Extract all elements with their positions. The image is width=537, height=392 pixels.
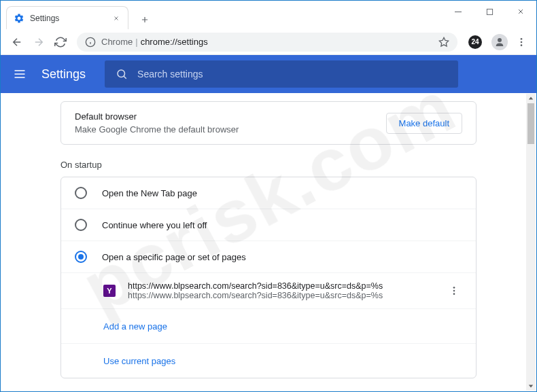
default-browser-title: Default browser [75, 111, 386, 122]
svg-point-8 [118, 70, 125, 77]
page-favicon-icon: Y [103, 285, 116, 297]
startup-page-title: https://www.blpsearch.com/search?sid=836… [128, 281, 446, 291]
settings-content: Default browser Make Google Chrome the d… [1, 93, 536, 391]
svg-point-6 [521, 41, 523, 43]
default-browser-subtitle: Make Google Chrome the default browser [75, 124, 386, 135]
svg-point-5 [521, 38, 523, 40]
url-separator: | [135, 37, 137, 47]
radio-icon [75, 251, 87, 263]
scrollbar-track[interactable] [526, 94, 536, 391]
url-text: chrome://settings [141, 37, 208, 47]
startup-option-specific-pages[interactable]: Open a specific page or set of pages [61, 241, 476, 273]
radio-label: Continue where you left off [102, 220, 207, 230]
settings-search-input[interactable] [137, 69, 447, 79]
radio-icon [75, 219, 87, 231]
maximize-button[interactable] [474, 1, 505, 22]
tab-title: Settings [30, 14, 111, 23]
startup-option-continue[interactable]: Continue where you left off [61, 209, 476, 241]
info-icon [85, 37, 96, 48]
radio-label: Open the New Tab page [102, 188, 197, 198]
startup-option-new-tab[interactable]: Open the New Tab page [61, 177, 476, 209]
on-startup-section-label: On startup [60, 160, 477, 170]
make-default-button[interactable]: Make default [386, 113, 462, 134]
menu-hamburger-icon[interactable] [12, 66, 28, 82]
url-scheme: Chrome [101, 37, 133, 47]
page-entry-menu-button[interactable] [446, 285, 462, 296]
window-close-button[interactable] [505, 1, 536, 22]
settings-search-box[interactable] [105, 60, 458, 88]
settings-header: Settings [1, 55, 536, 93]
startup-page-entry: Y https://www.blpsearch.com/search?sid=8… [61, 273, 476, 309]
scrollbar-up-arrow-icon[interactable] [526, 94, 536, 103]
add-new-page-link[interactable]: Add a new page [103, 321, 167, 332]
minimize-button[interactable] [443, 1, 474, 22]
svg-point-7 [521, 44, 523, 46]
startup-page-url: https://www.blpsearch.com/search?sid=836… [128, 291, 446, 300]
extension-badge-icon[interactable]: 24 [466, 33, 485, 52]
new-tab-button[interactable] [135, 10, 154, 29]
close-icon[interactable] [111, 14, 121, 23]
browser-tab[interactable]: Settings [6, 6, 128, 29]
radio-icon [75, 187, 87, 199]
back-button[interactable] [6, 31, 28, 53]
extension-badge-count: 24 [468, 35, 482, 49]
scrollbar-down-arrow-icon[interactable] [526, 381, 536, 391]
forward-button[interactable] [28, 31, 50, 53]
browser-menu-button[interactable] [512, 33, 531, 52]
radio-label: Open a specific page or set of pages [102, 252, 246, 262]
bookmark-star-icon[interactable] [438, 37, 449, 48]
svg-point-11 [453, 293, 455, 295]
svg-point-4 [498, 38, 502, 42]
address-bar-row: Chrome | chrome://settings 24 [1, 29, 536, 55]
profile-avatar-icon[interactable] [491, 34, 508, 50]
address-bar[interactable]: Chrome | chrome://settings [77, 33, 457, 52]
svg-rect-0 [455, 12, 462, 12]
svg-point-9 [453, 287, 455, 289]
svg-marker-3 [439, 37, 448, 46]
reload-button[interactable] [50, 31, 71, 53]
add-new-page-row[interactable]: Add a new page [61, 309, 476, 344]
on-startup-card: Open the New Tab page Continue where you… [60, 177, 477, 378]
use-current-pages-link[interactable]: Use current pages [103, 356, 175, 366]
settings-gear-icon [14, 13, 24, 24]
default-browser-card: Default browser Make Google Chrome the d… [60, 101, 477, 145]
window-titlebar: Settings [1, 1, 536, 29]
search-icon [116, 68, 128, 80]
svg-rect-1 [487, 9, 492, 14]
svg-point-10 [453, 290, 455, 292]
use-current-pages-row[interactable]: Use current pages [61, 344, 476, 378]
page-title: Settings [41, 67, 86, 82]
